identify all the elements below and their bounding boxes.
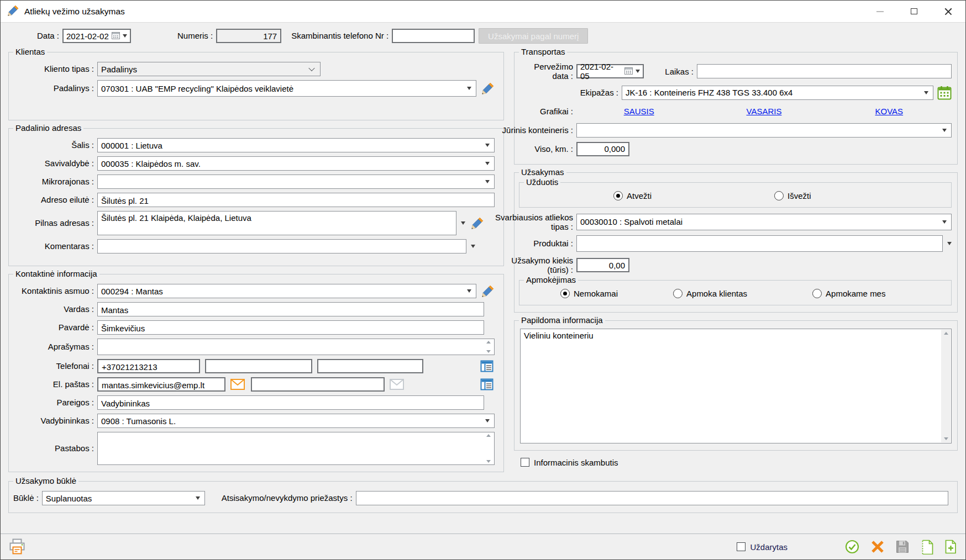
kliento-tipas-label: Kliento tipas : (13, 64, 97, 73)
radio-icon (560, 289, 570, 298)
calendar-icon[interactable] (937, 86, 952, 100)
new-document-icon[interactable] (943, 539, 958, 554)
envelope-icon[interactable] (230, 379, 245, 390)
list-detail-icon[interactable] (480, 378, 494, 391)
priezastys-input[interactable] (356, 491, 948, 505)
laikas-input[interactable] (697, 64, 952, 78)
radio-nemokamai[interactable]: Nemokamai (560, 289, 618, 298)
informacinis-skambutis-row: Informacinis skambutis (521, 458, 958, 467)
radio-apmoka-klientas[interactable]: Apmoka klientas (673, 289, 747, 298)
komentaras-input[interactable] (97, 239, 466, 253)
top-row: Data : 2021-02-02 Numeris : 177 Skambina… (1, 28, 965, 44)
save-floppy-icon[interactable] (895, 539, 910, 554)
scrollbar[interactable] (485, 434, 492, 463)
telefonai-label: Telefonai : (13, 361, 97, 371)
laikas-label: Laikas : (644, 67, 697, 76)
savivaldybe-value: 000035 : Klaipėdos m. sav. (101, 159, 201, 168)
vardas-label: Vardas : (13, 304, 97, 314)
el-pastas-1-input[interactable] (97, 377, 225, 392)
radio-apmokame-mes-label: Apmokame mes (826, 289, 885, 298)
radio-atvezti[interactable]: Atvežti (613, 191, 652, 200)
telefonas-2-input[interactable] (205, 359, 312, 373)
telefonas-3-input[interactable] (317, 359, 423, 373)
data-date-picker[interactable]: 2021-02-02 (62, 29, 131, 43)
pilnas-adresas-value: Šilutės pl. 21 Klaipėda, Klaipėda, Lietu… (101, 213, 251, 223)
orders-by-number-button[interactable]: Užsakymai pagal numerį (479, 28, 588, 44)
pareigos-input[interactable] (97, 395, 484, 410)
priezastys-label: Atsisakymo/nevykdymo priežastys : (222, 493, 356, 503)
salis-select[interactable]: 000001 : Lietuva (97, 138, 495, 152)
scroll-up-icon (944, 332, 948, 335)
grafikas-kovas-link[interactable]: KOVAS (875, 107, 904, 116)
el-pastas-2-input[interactable] (251, 377, 385, 392)
savivaldybe-select[interactable]: 000035 : Klaipėdos m. sav. (97, 156, 495, 171)
grafikas-sausis-link[interactable]: SAUSIS (624, 107, 654, 116)
copy-document-icon[interactable] (920, 539, 934, 554)
maximize-button[interactable] (897, 1, 931, 22)
padalinys-select[interactable]: 070301 : UAB "EMP recycling" Klaipėdos v… (97, 80, 476, 97)
envelope-icon[interactable] (390, 379, 404, 390)
radio-isvezti[interactable]: Išvežti (774, 191, 811, 200)
group-uzduotis-title: Užduotis (524, 177, 560, 187)
kliento-tipas-select[interactable]: Padalinys (97, 62, 321, 76)
printer-icon[interactable] (8, 538, 26, 555)
jurinis-konteineris-label: Jūrinis konteineris : (494, 125, 576, 135)
scrollbar[interactable] (941, 330, 951, 442)
pervezimo-data-picker[interactable]: 2021-02-05 (576, 64, 644, 78)
vardas-input[interactable] (97, 302, 484, 316)
uzsakymo-kiekis-box[interactable]: 0,00 (576, 258, 629, 272)
uzdarytas-checkbox[interactable] (737, 542, 746, 551)
produktai-box[interactable] (576, 235, 943, 252)
pencil-icon[interactable] (481, 82, 495, 95)
pareigos-label: Pareigos : (13, 398, 97, 407)
cancel-x-icon[interactable] (870, 539, 885, 554)
radio-apmokame-mes[interactable]: Apmokame mes (812, 289, 885, 298)
informacinis-skambutis-checkbox[interactable] (521, 458, 529, 467)
group-klientas: Klientas Kliento tipas : Padalinys Padal… (8, 52, 504, 120)
pavarde-input[interactable] (97, 320, 484, 335)
chevron-down-icon[interactable] (461, 221, 465, 225)
group-padalinio-adresas: Padalinio adresas Šalis : 000001 : Lietu… (8, 128, 504, 266)
chevron-down-icon[interactable] (471, 245, 475, 248)
chevron-down-icon[interactable] (947, 242, 952, 245)
komentaras-label: Komentaras : (13, 241, 97, 251)
bukle-select[interactable]: Suplanuotas (42, 491, 205, 505)
adreso-eilute-input[interactable] (97, 193, 495, 207)
atliekos-tipas-select[interactable]: 00030010 : Spalvoti metalai (576, 214, 952, 230)
viso-km-box[interactable]: 0,000 (576, 142, 629, 156)
pastabos-box[interactable] (97, 432, 495, 465)
numeris-value: 177 (263, 31, 277, 41)
radio-icon (774, 191, 784, 200)
kliento-tipas-value: Padalinys (101, 65, 137, 74)
group-bukle-title: Užsakymo būklė (13, 476, 78, 485)
mikrorajonas-select[interactable] (97, 175, 495, 189)
pilnas-adresas-box[interactable]: Šilutės pl. 21 Klaipėda, Klaipėda, Lietu… (97, 211, 456, 235)
close-button[interactable] (931, 1, 965, 22)
radio-icon (613, 191, 623, 200)
grafikas-vasaris-link[interactable]: VASARIS (747, 107, 782, 116)
jurinis-konteineris-select[interactable] (576, 123, 952, 138)
salis-label: Šalis : (13, 140, 97, 150)
group-apmokejimas: Apmokėjimas Nemokamai Apmoka klientas (519, 280, 952, 305)
ekipazas-label: Ekipažas : (519, 88, 622, 97)
kontaktinis-asmuo-select[interactable]: 000294 : Mantas (97, 284, 476, 298)
vadybininkas-select[interactable]: 0908 : Tumasonis L. (97, 414, 495, 428)
confirm-circle-icon[interactable] (844, 538, 860, 555)
telefonas-1-input[interactable] (97, 359, 200, 373)
pencil-icon[interactable] (481, 284, 495, 298)
calling-phone-input[interactable] (392, 29, 475, 43)
data-date-value: 2021-02-02 (66, 31, 109, 41)
papildoma-textarea[interactable]: Vieliniu konteineriu (520, 329, 952, 443)
window-title: Atliekų vežimo užsakymas (24, 7, 125, 17)
list-detail-icon[interactable] (480, 360, 494, 373)
radio-icon (812, 289, 822, 298)
ekipazas-value: JK-16 : Konteineris FHZ 438 TGS 33.400 6… (626, 88, 792, 97)
scrollbar[interactable] (485, 341, 492, 353)
ekipazas-select[interactable]: JK-16 : Konteineris FHZ 438 TGS 33.400 6… (622, 86, 933, 100)
chevron-down-icon (942, 129, 947, 132)
pencil-icon[interactable] (471, 216, 484, 230)
aprasymas-box[interactable] (97, 339, 495, 355)
minimize-button[interactable] (863, 1, 897, 22)
chevron-down-icon (123, 34, 127, 38)
padalinys-value: 070301 : UAB "EMP recycling" Klaipėdos v… (101, 84, 293, 93)
